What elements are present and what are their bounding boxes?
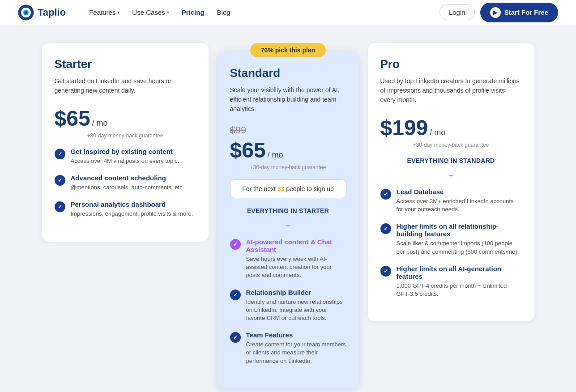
pro-feature-1-title: Lead Database — [397, 188, 522, 196]
check-icon: ✓ — [55, 175, 65, 186]
starter-feature-1-title: Get inspired by existing content — [71, 148, 179, 155]
standard-card-wrapper: 76% pick this plan Standard Scale your v… — [218, 43, 359, 388]
pro-feature-2: ✓ Higher limits on all relationship-buil… — [380, 222, 522, 256]
pro-feature-2-desc: Scale liker & commenter imports (100 peo… — [397, 239, 522, 256]
pro-plus: + — [380, 171, 522, 181]
pro-feature-3-desc: 1,000 GPT-4 credits per month + Unlimite… — [397, 282, 522, 298]
pro-card: Pro Used by top LinkedIn creators to gen… — [368, 43, 534, 321]
check-icon: ✓ — [230, 332, 241, 343]
check-icon: ✓ — [380, 266, 391, 277]
standard-price: $65 / mo — [230, 138, 346, 162]
pro-feature-3: ✓ Higher limits on all AI-generation fea… — [380, 265, 522, 298]
starter-feature-1: ✓ Get inspired by existing content Acces… — [55, 148, 196, 165]
check-icon: ✓ — [55, 149, 65, 159]
nav-links: Features ▾ Use Cases ▾ Pricing Blog — [84, 5, 439, 20]
starter-feature-3-desc: Impressions, engagement, profile visits … — [71, 210, 193, 218]
starter-feature-1-desc: Access over 4M viral posts on every topi… — [71, 157, 179, 165]
check-icon: ✓ — [380, 189, 391, 200]
starter-feature-3: ✓ Personal analytics dashboard Impressio… — [55, 200, 196, 218]
standard-description: Scale your visiblity with the power of A… — [230, 85, 346, 114]
standard-feature-3-title: Team Features — [246, 331, 346, 339]
standard-feature-1-title: AI-powered content & Chat Assistant — [246, 238, 346, 253]
starter-feature-2: ✓ Advanced content scheduling @mentions,… — [55, 174, 196, 192]
check-icon: ✓ — [55, 201, 65, 212]
standard-feature-1-desc: Save hours every week with AI-assisted c… — [246, 255, 346, 280]
svg-point-3 — [25, 11, 27, 14]
check-icon: ✓ — [380, 223, 391, 234]
nav-actions: Login ▶ Start For Free — [439, 3, 558, 22]
starter-feature-2-desc: @mentions, carousels, auto-comments, etc… — [71, 183, 184, 192]
limited-offer-box: For the next 33 people to sign up — [230, 179, 346, 198]
standard-price-original: $99 — [230, 124, 346, 136]
standard-feature-2: ✓ Relationship Builder Identify and nurt… — [230, 289, 346, 323]
pro-description: Used by top LinkedIn creators to generat… — [380, 77, 522, 105]
chevron-down-icon: ▾ — [167, 10, 169, 15]
limited-count: 33 — [277, 185, 285, 192]
pro-plan-name: Pro — [380, 57, 522, 71]
nav-blog[interactable]: Blog — [212, 5, 236, 20]
nav-features[interactable]: Features ▾ — [84, 5, 125, 20]
logo-text: Taplio — [38, 7, 66, 18]
standard-feature-3: ✓ Team Features Create content for your … — [230, 331, 346, 365]
standard-everything-heading: EVERYTHING IN STARTER — [230, 207, 346, 214]
starter-price: $65 / mo — [55, 106, 196, 131]
pro-money-back: +30-day money-back guarantee — [380, 142, 522, 148]
standard-card: Standard Scale your visiblity with the p… — [218, 52, 359, 388]
chevron-down-icon: ▾ — [117, 10, 119, 15]
standard-feature-1: ✓ AI-powered content & Chat Assistant Sa… — [230, 238, 346, 280]
standard-money-back: +30-day money-back guarantee — [230, 164, 346, 170]
starter-feature-3-title: Personal analytics dashboard — [71, 200, 193, 208]
starter-feature-2-title: Advanced content scheduling — [71, 174, 184, 182]
check-icon: ✓ — [230, 239, 241, 250]
standard-feature-2-title: Relationship Builder — [246, 289, 346, 296]
starter-description: Get started on LinkedIn and save hours o… — [55, 77, 196, 95]
standard-feature-2-desc: Identify and nurture new relationships o… — [246, 298, 346, 323]
pro-feature-3-title: Higher limits on all AI-generation featu… — [397, 265, 522, 280]
pricing-section: Starter Get started on LinkedIn and save… — [0, 25, 576, 392]
start-button[interactable]: ▶ Start For Free — [480, 3, 558, 22]
starter-money-back: +30-day money-back guarantee — [55, 132, 196, 139]
login-button[interactable]: Login — [439, 4, 475, 20]
logo-icon — [18, 4, 34, 21]
pro-feature-1: ✓ Lead Database Access over 3M+ enriched… — [380, 188, 522, 213]
standard-plan-name: Standard — [230, 66, 346, 80]
logo[interactable]: Taplio — [18, 4, 66, 21]
pro-price: $199 / mo — [380, 115, 522, 140]
nav-pricing[interactable]: Pricing — [176, 5, 210, 20]
pro-everything-heading: EVERYTHING IN STANDARD — [380, 157, 522, 164]
pricing-grid: Starter Get started on LinkedIn and save… — [42, 43, 534, 388]
check-icon: ✓ — [230, 290, 241, 300]
popular-badge: 76% pick this plan — [250, 43, 326, 57]
nav-use-cases[interactable]: Use Cases ▾ — [127, 5, 174, 20]
pro-feature-2-title: Higher limits on all relationship-buildi… — [397, 222, 522, 238]
navbar: Taplio Features ▾ Use Cases ▾ Pricing Bl… — [0, 0, 576, 25]
pro-feature-1-desc: Access over 3M+ enriched LinkedIn accoun… — [397, 197, 522, 213]
standard-plus: + — [230, 222, 346, 231]
start-icon: ▶ — [490, 7, 501, 18]
starter-card: Starter Get started on LinkedIn and save… — [42, 43, 209, 242]
starter-plan-name: Starter — [55, 57, 196, 71]
standard-feature-3-desc: Create content for your team members or … — [246, 341, 346, 365]
